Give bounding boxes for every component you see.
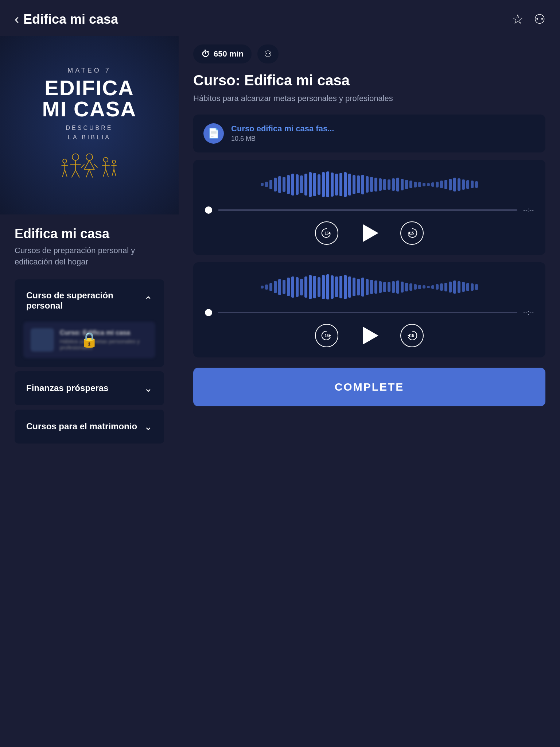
course-image: MATEO 7 EDIFICAMI CASA DESCUBRE LA BIBLI… [0, 36, 179, 214]
svg-line-24 [114, 169, 116, 176]
svg-point-10 [104, 157, 108, 162]
progress-time-2: --:-- [523, 309, 534, 317]
svg-point-0 [72, 154, 79, 160]
rewind-button-1[interactable]: 15 [315, 221, 338, 245]
link-badge-icon: ⚇ [264, 49, 272, 59]
lock-overlay: 🔒 [23, 322, 155, 358]
complete-button[interactable]: COMPLETE [193, 368, 545, 406]
link-icon[interactable]: ⚇ [534, 12, 545, 27]
file-name: Curso edifica mi casa fas... [231, 124, 535, 133]
svg-line-7 [89, 169, 93, 178]
audio-player-2: --:-- 15 15 [193, 262, 545, 357]
svg-point-15 [63, 159, 67, 163]
player-progress-1: --:-- [205, 206, 534, 214]
player-controls-2: 15 15 [205, 324, 534, 347]
svg-line-23 [112, 169, 114, 176]
accordion-item-superacion: Curso de superación personal ⌃ Curso: Ed… [15, 279, 164, 367]
course-main-desc: Cursos de preparación personal y edifica… [15, 245, 164, 268]
accordion-item-finanzas: Finanzas prósperas ⌄ [15, 371, 164, 405]
progress-bar-1[interactable] [218, 209, 517, 211]
svg-text:15: 15 [324, 231, 329, 235]
svg-line-14 [106, 169, 108, 177]
bookmark-icon[interactable]: ☆ [512, 12, 524, 27]
left-panel: MATEO 7 EDIFICAMI CASA DESCUBRE LA BIBLI… [0, 36, 179, 462]
accordion-icon-superacion: ⌃ [144, 294, 152, 306]
play-triangle-1 [363, 224, 378, 242]
svg-point-5 [86, 154, 93, 160]
clock-icon: ⏱ [201, 49, 210, 59]
locked-item-wrapper: Curso: Edifica mi casa Hábitos para meta… [23, 322, 155, 358]
svg-point-20 [112, 160, 116, 163]
course-labiblia-label: LA BIBLIA [68, 134, 111, 141]
waveform-1 [205, 170, 534, 199]
file-info: Curso edifica mi casa fas... 10.6 MB [231, 124, 535, 143]
right-course-desc: Hábitos para alcanzar metas personales y… [193, 93, 545, 104]
main-content: MATEO 7 EDIFICAMI CASA DESCUBRE LA BIBLI… [0, 36, 560, 462]
audio-player-1: --:-- 15 15 [193, 160, 545, 255]
course-mateo-label: MATEO 7 [67, 67, 111, 74]
progress-bar-2[interactable] [218, 312, 517, 313]
link-badge[interactable]: ⚇ [257, 44, 279, 63]
file-icon: 📄 [203, 123, 224, 144]
svg-line-8 [81, 164, 84, 167]
progress-dot-1[interactable] [205, 206, 212, 214]
svg-text:15: 15 [324, 334, 329, 338]
header-title: Edifica mi casa [23, 12, 118, 27]
file-item[interactable]: 📄 Curso edifica mi casa fas... 10.6 MB [193, 115, 545, 152]
accordion-icon-finanzas: ⌄ [144, 382, 152, 394]
progress-dot-2[interactable] [205, 309, 212, 316]
duration-badge: ⏱ 650 min [193, 44, 252, 63]
file-size: 10.6 MB [231, 135, 535, 143]
accordion-item-matrimonio: Cursos para el matrimonio ⌄ [15, 410, 164, 444]
accordion-label-matrimonio: Cursos para el matrimonio [26, 421, 137, 431]
svg-line-4 [75, 170, 79, 177]
svg-line-3 [71, 170, 75, 177]
rewind-button-2[interactable]: 15 [315, 324, 338, 347]
svg-line-19 [65, 169, 67, 177]
svg-line-9 [94, 164, 97, 167]
accordion-header-matrimonio[interactable]: Cursos para el matrimonio ⌄ [15, 410, 164, 444]
course-image-content: MATEO 7 EDIFICAMI CASA DESCUBRE LA BIBLI… [42, 67, 137, 184]
accordion-label-finanzas: Finanzas prósperas [26, 383, 108, 393]
accordion-header-finanzas[interactable]: Finanzas prósperas ⌄ [15, 371, 164, 405]
header-left: ‹ Edifica mi casa [15, 12, 118, 27]
right-course-title: Curso: Edifica mi casa [193, 72, 545, 89]
header: ‹ Edifica mi casa ☆ ⚇ [0, 0, 560, 36]
svg-text:15: 15 [410, 334, 414, 338]
svg-text:15: 15 [410, 231, 414, 235]
lock-icon: 🔒 [80, 331, 98, 348]
waveform-2 [205, 272, 534, 302]
player-progress-2: --:-- [205, 309, 534, 317]
course-edifica-label: EDIFICAMI CASA [42, 77, 137, 120]
svg-line-13 [103, 169, 106, 177]
badges-row: ⏱ 650 min ⚇ [193, 44, 545, 63]
player-controls-1: 15 15 [205, 221, 534, 245]
accordion: Curso de superación personal ⌃ Curso: Ed… [15, 279, 164, 444]
forward-button-1[interactable]: 15 [400, 221, 424, 245]
accordion-label-superacion: Curso de superación personal [26, 290, 144, 311]
left-panel-info: Edifica mi casa Cursos de preparación pe… [0, 214, 179, 444]
svg-marker-29 [329, 334, 331, 337]
progress-time-1: --:-- [523, 206, 534, 214]
play-triangle-2 [363, 327, 378, 344]
right-panel: ⏱ 650 min ⚇ Curso: Edifica mi casa Hábit… [179, 36, 560, 462]
duration-value: 650 min [214, 49, 244, 59]
play-button-2[interactable] [360, 327, 378, 344]
svg-line-18 [62, 169, 65, 177]
forward-button-2[interactable]: 15 [400, 324, 424, 347]
play-button-1[interactable] [360, 224, 378, 242]
accordion-body-superacion: Curso: Edifica mi casa Hábitos para meta… [15, 322, 164, 367]
svg-marker-25 [329, 232, 331, 235]
header-icons: ☆ ⚇ [512, 12, 545, 27]
course-descubre-label: DESCUBRE [66, 125, 113, 131]
svg-marker-31 [408, 334, 410, 337]
family-illustration [57, 150, 122, 184]
course-main-title: Edifica mi casa [15, 226, 164, 241]
back-button[interactable]: ‹ [15, 12, 19, 27]
accordion-icon-matrimonio: ⌄ [144, 421, 152, 433]
accordion-header-superacion[interactable]: Curso de superación personal ⌃ [15, 279, 164, 322]
svg-marker-27 [408, 232, 410, 235]
svg-line-6 [86, 169, 89, 178]
